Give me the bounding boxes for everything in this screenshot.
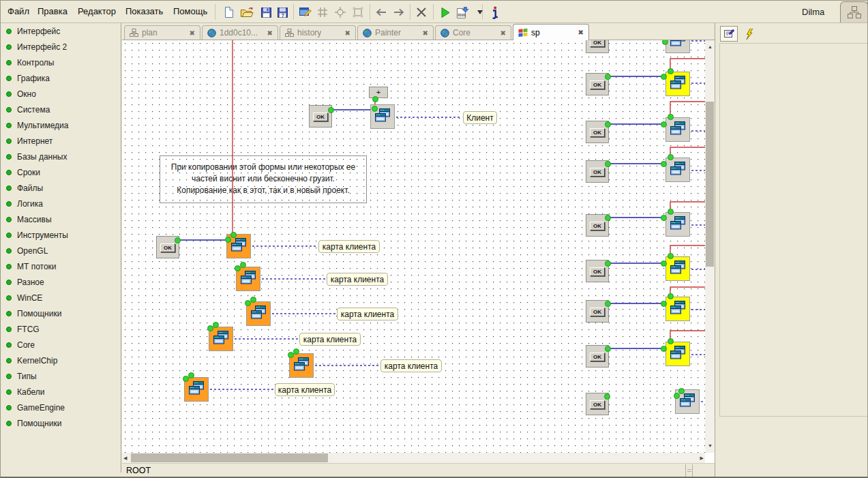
palette-item[interactable]: Файлы — [6, 183, 43, 193]
menu-2[interactable]: Правка — [38, 6, 68, 16]
forward-icon[interactable] — [391, 4, 407, 20]
connection-point[interactable] — [605, 260, 611, 267]
connection-point[interactable] — [605, 301, 611, 307]
palette-item[interactable]: OpenGL — [6, 246, 48, 256]
hint-label[interactable]: карта клиента — [318, 240, 380, 253]
tab-Core[interactable]: Core✖ — [435, 25, 511, 40]
tab-Painter[interactable]: Painter✖ — [357, 25, 434, 40]
palette-item[interactable]: Базы данных — [6, 152, 67, 162]
connection-point[interactable] — [661, 161, 667, 167]
form-component-node[interactable] — [665, 40, 690, 53]
tab-sp[interactable]: sp✖ — [513, 24, 589, 40]
scroll-left-icon[interactable]: ◀ — [123, 453, 127, 463]
hint-label[interactable]: карта клиента — [299, 333, 361, 346]
horizontal-scroll-thumb[interactable] — [131, 453, 328, 462]
palette-item[interactable]: Кабели — [6, 387, 44, 397]
palette-item[interactable]: FTCG — [6, 325, 40, 334]
palette-item[interactable]: GameEngine — [6, 403, 65, 413]
connection-point[interactable] — [668, 209, 674, 215]
connection-point[interactable] — [230, 232, 237, 238]
connection-point[interactable] — [213, 322, 219, 328]
palette-item[interactable]: WinCE — [6, 293, 42, 303]
back-icon[interactable] — [373, 4, 389, 20]
horizontal-scrollbar[interactable]: ◀ ▶ — [122, 453, 705, 463]
connection-point[interactable] — [605, 215, 611, 221]
form-component-node[interactable] — [665, 256, 690, 281]
form-editor-icon[interactable] — [297, 4, 313, 20]
connection-point[interactable] — [605, 161, 611, 167]
palette-item[interactable]: Контролы — [6, 58, 55, 68]
connection-point[interactable] — [188, 372, 194, 378]
connection-point[interactable] — [240, 262, 246, 268]
ok-button[interactable]: OK — [590, 168, 605, 177]
bounds-icon[interactable] — [350, 4, 366, 20]
plus-node[interactable]: + — [369, 87, 388, 98]
tab-close-icon[interactable]: ✖ — [578, 29, 584, 36]
connection-point[interactable] — [372, 106, 378, 112]
ok-button-node[interactable]: OK — [586, 40, 609, 53]
ok-button[interactable]: OK — [590, 353, 605, 361]
connection-point[interactable] — [661, 121, 667, 128]
hint-label[interactable]: карта клиента — [380, 359, 442, 372]
properties-tab-button[interactable] — [720, 26, 738, 42]
menu-3[interactable]: Редактор — [78, 6, 116, 16]
tab-history[interactable]: history✖ — [280, 25, 356, 40]
ok-button[interactable]: OK — [590, 222, 605, 230]
scroll-down-icon[interactable]: ▼ — [708, 441, 713, 451]
connection-point[interactable] — [175, 237, 181, 243]
palette-item[interactable]: Сроки — [6, 168, 40, 177]
scheme-window-button[interactable] — [840, 1, 868, 23]
connection-point[interactable] — [328, 107, 334, 113]
connection-point[interactable] — [661, 74, 667, 80]
palette-item[interactable]: Разное — [6, 278, 44, 287]
hint-label[interactable]: карта клиента — [275, 383, 335, 396]
tab-1dd0c10[interactable]: 1dd0c10...✖ — [202, 25, 278, 40]
ok-button[interactable]: OK — [590, 308, 605, 316]
ok-button[interactable]: OK — [590, 400, 605, 409]
tab-close-icon[interactable]: ✖ — [423, 29, 428, 37]
connection-point[interactable] — [661, 346, 667, 352]
form-component-node[interactable] — [665, 297, 690, 321]
new-document-icon[interactable] — [220, 4, 237, 20]
ok-button[interactable]: OK — [590, 40, 605, 47]
palette-item[interactable]: Помощники — [6, 419, 61, 428]
form-component-node[interactable] — [665, 117, 690, 142]
palette-item[interactable]: Интернет — [6, 136, 53, 146]
connection-point[interactable] — [225, 237, 231, 243]
connection-point[interactable] — [668, 338, 674, 344]
palette-item[interactable]: Инструменты — [6, 230, 68, 240]
palette-item[interactable]: Массивы — [6, 215, 52, 224]
tab-close-icon[interactable]: ✖ — [190, 29, 195, 37]
connection-point[interactable] — [668, 154, 674, 160]
ok-button[interactable]: OK — [160, 243, 175, 252]
events-tab-button[interactable] — [743, 27, 758, 42]
palette-item[interactable]: Логика — [6, 199, 43, 209]
center-icon[interactable] — [332, 4, 348, 20]
about-icon[interactable] — [486, 4, 503, 20]
connection-point[interactable] — [661, 215, 667, 221]
form-component-node[interactable] — [665, 212, 690, 237]
connection-point[interactable] — [372, 96, 378, 102]
ok-button[interactable]: OK — [590, 128, 605, 137]
menu-4[interactable]: Показать — [125, 6, 163, 16]
palette-item[interactable]: KernelChip — [6, 356, 57, 365]
scroll-up-icon[interactable]: ▲ — [708, 42, 713, 52]
compile-icon[interactable]: 0101 — [455, 4, 471, 20]
tab-close-icon[interactable]: ✖ — [267, 29, 273, 37]
statusbar-splitter[interactable] — [685, 464, 693, 477]
palette-item[interactable]: МТ потоки — [6, 262, 57, 271]
connection-point[interactable] — [668, 114, 674, 120]
form-component-node[interactable] — [665, 342, 690, 366]
palette-item[interactable]: Мультимедиа — [6, 121, 68, 130]
connection-point[interactable] — [668, 253, 674, 259]
connection-point[interactable] — [605, 74, 611, 80]
open-folder-icon[interactable] — [239, 4, 255, 20]
vertical-scrollbar[interactable]: ▲ ▼ — [705, 40, 715, 453]
connection-point[interactable] — [605, 121, 611, 128]
menu-1[interactable]: Файл — [8, 6, 29, 16]
connection-point[interactable] — [674, 393, 680, 399]
tab-plan[interactable]: plan✖ — [124, 25, 200, 40]
hint-label[interactable]: карта клиента — [337, 308, 398, 320]
connection-point[interactable] — [668, 68, 674, 74]
menu-5[interactable]: Помощь — [173, 6, 207, 16]
